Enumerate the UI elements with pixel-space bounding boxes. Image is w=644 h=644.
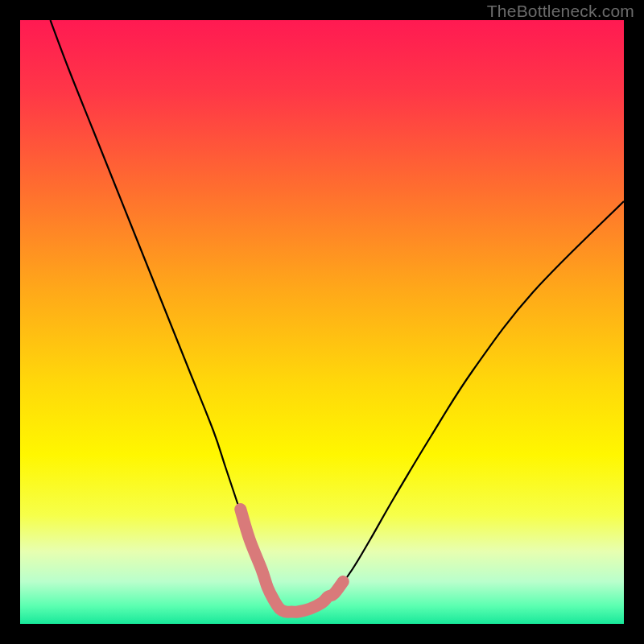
bottleneck-curve [51, 20, 625, 612]
chart-frame: TheBottleneck.com [0, 0, 644, 644]
curve-highlight [241, 510, 344, 613]
watermark-text: TheBottleneck.com [487, 2, 634, 21]
curve-layer [20, 20, 624, 624]
plot-area [20, 20, 624, 624]
